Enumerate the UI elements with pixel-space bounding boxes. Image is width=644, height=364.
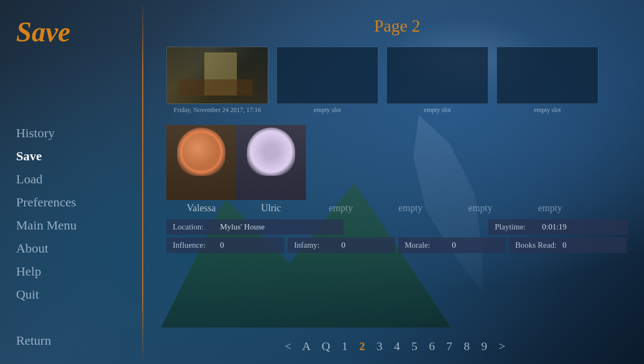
- char-slot-empty2: empty: [376, 203, 445, 214]
- pagination-page-1[interactable]: 1: [342, 339, 360, 353]
- save-slot-4[interactable]: empty slot: [496, 47, 598, 114]
- pagination-page-9[interactable]: 9: [481, 339, 499, 353]
- char-name-empty3: empty: [469, 203, 493, 214]
- slot-thumbnail-1[interactable]: [166, 47, 268, 104]
- char-portrait-valessa: [166, 125, 236, 200]
- sidebar-item-save[interactable]: Save: [16, 146, 126, 167]
- stats-section: Location: Mylus' House Playtime: 0:01:19…: [166, 219, 628, 253]
- pagination-page-a[interactable]: A: [302, 339, 321, 353]
- char-portrait-ulric: [236, 125, 306, 200]
- pagination-page-6[interactable]: 6: [429, 339, 447, 353]
- influence-label: Influence:: [173, 241, 216, 250]
- sidebar-item-history[interactable]: History: [16, 123, 126, 144]
- slot-label-3: empty slot: [424, 106, 451, 114]
- influence-box: Influence: 0: [166, 237, 284, 253]
- scene-table: [178, 79, 253, 95]
- books-read-box: Books Read: 0: [509, 237, 627, 253]
- location-box: Location: Mylus' House: [166, 219, 343, 235]
- morale-value: 0: [452, 241, 456, 250]
- char-slot-empty3: empty: [445, 203, 515, 214]
- save-slot-2[interactable]: empty slot: [276, 47, 378, 114]
- save-slot-3[interactable]: empty slot: [386, 47, 488, 114]
- sidebar-item-quit[interactable]: Quit: [16, 284, 126, 305]
- sidebar-item-load[interactable]: Load: [16, 169, 126, 190]
- char-name-empty1: empty: [329, 203, 353, 214]
- pagination: < A Q 1 2 3 4 5 6 7 8 9 >: [150, 339, 644, 353]
- pagination-page-5[interactable]: 5: [412, 339, 429, 353]
- location-value: Mylus' House: [220, 222, 265, 232]
- influence-row: Influence: 0 Infamy: 0 Morale: 0 Books R…: [166, 237, 628, 253]
- scene-illustration: [167, 47, 268, 103]
- pagination-page-7[interactable]: 7: [447, 339, 464, 353]
- page-heading: Page 2: [166, 16, 628, 36]
- slot-label-1: Friday, November 24 2017, 17:16: [174, 106, 261, 114]
- location-label: Location:: [173, 222, 216, 232]
- sidebar-item-help[interactable]: Help: [16, 261, 126, 282]
- pagination-prev[interactable]: <: [284, 339, 295, 353]
- save-slot-1[interactable]: Friday, November 24 2017, 17:16: [166, 47, 268, 114]
- save-slots-row: Friday, November 24 2017, 17:16 empty sl…: [166, 47, 628, 114]
- nav-menu: History Save Load Preferences Main Menu …: [16, 123, 126, 305]
- sidebar-item-main-menu[interactable]: Main Menu: [16, 215, 126, 236]
- char-slot-empty1: empty: [306, 203, 376, 214]
- influence-value: 0: [220, 241, 224, 250]
- pagination-next[interactable]: >: [499, 339, 509, 353]
- sidebar-item-preferences[interactable]: Preferences: [16, 192, 126, 213]
- slot-label-4: empty slot: [534, 106, 561, 114]
- slot-thumbnail-3[interactable]: [386, 47, 488, 104]
- infamy-value: 0: [341, 241, 346, 250]
- char-slot-empty4: empty: [515, 203, 585, 214]
- books-read-value: 0: [562, 241, 567, 250]
- char-name-empty4: empty: [538, 203, 562, 214]
- pagination-page-8[interactable]: 8: [464, 339, 481, 353]
- playtime-value: 0:01:19: [542, 222, 567, 232]
- slot-label-2: empty slot: [314, 106, 341, 114]
- infamy-box: Infamy: 0: [288, 237, 395, 253]
- characters-row: Valessa Ulric empty empty empty empty: [166, 125, 628, 214]
- slot-thumbnail-4[interactable]: [496, 47, 598, 104]
- books-read-label: Books Read:: [515, 241, 558, 250]
- pagination-page-4[interactable]: 4: [394, 339, 412, 353]
- playtime-label: Playtime:: [495, 222, 538, 232]
- main-content: Page 2 Friday, November 24 2017, 17:16 e…: [150, 0, 644, 364]
- infamy-label: Infamy:: [294, 241, 337, 250]
- sidebar-divider: [142, 0, 143, 364]
- page-title: Save: [16, 16, 126, 48]
- slot-thumbnail-2[interactable]: [276, 47, 378, 104]
- char-name-empty2: empty: [399, 203, 423, 214]
- char-name-ulric: Ulric: [236, 203, 306, 214]
- sidebar-item-about[interactable]: About: [16, 238, 126, 259]
- pagination-page-2-current[interactable]: 2: [359, 339, 377, 353]
- char-slot-valessa: Valessa: [166, 125, 236, 214]
- char-slot-ulric: Ulric: [236, 125, 306, 214]
- morale-label: Morale:: [405, 241, 448, 250]
- pagination-page-3[interactable]: 3: [377, 339, 394, 353]
- location-playtime-row: Location: Mylus' House Playtime: 0:01:19: [166, 219, 628, 235]
- morale-box: Morale: 0: [398, 237, 506, 253]
- return-button[interactable]: Return: [16, 333, 51, 348]
- sidebar: Save History Save Load Preferences Main …: [0, 0, 142, 364]
- playtime-box: Playtime: 0:01:19: [488, 219, 628, 235]
- char-name-valessa: Valessa: [166, 203, 236, 214]
- pagination-page-q[interactable]: Q: [321, 339, 341, 353]
